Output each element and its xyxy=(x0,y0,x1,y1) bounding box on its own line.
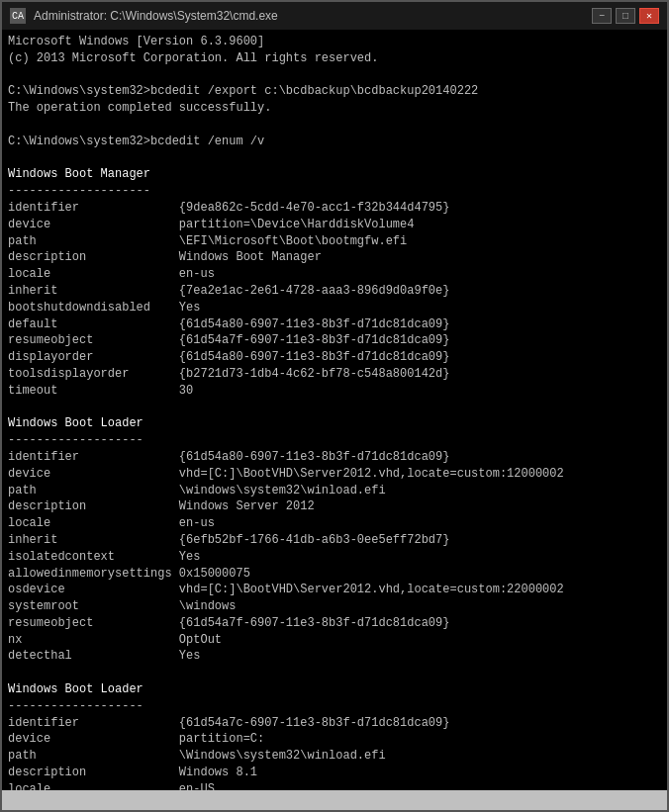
console-line: device partition=\Device\HarddiskVolume4 xyxy=(8,217,661,233)
section-header: Windows Boot Manager xyxy=(8,166,661,183)
window-controls: − □ ✕ xyxy=(592,8,659,24)
section-header: Windows Boot Loader xyxy=(8,415,661,432)
console-line: Microsoft Windows [Version 6.3.9600] xyxy=(8,34,661,50)
console-line: identifier {61d54a80-6907-11e3-8b3f-d71d… xyxy=(8,449,661,466)
console-line: description Windows 8.1 xyxy=(8,765,661,781)
minimize-button[interactable]: − xyxy=(592,8,612,24)
title-bar-left: CA Administrator: C:\Windows\System32\cm… xyxy=(10,8,278,24)
console-line: description Windows Server 2012 xyxy=(8,498,661,515)
console-line: device vhd=[C:]\BootVHD\Server2012.vhd,l… xyxy=(8,466,661,483)
console-line: identifier {61d54a7c-6907-11e3-8b3f-d71d… xyxy=(8,715,661,732)
console-line: ------------------- xyxy=(8,432,661,449)
console-line: The operation completed successfully. xyxy=(8,100,661,117)
cmd-icon: CA xyxy=(10,8,26,24)
console-line xyxy=(8,150,661,167)
console-line: -------------------- xyxy=(8,183,661,200)
console-line: C:\Windows\system32>bcdedit /enum /v xyxy=(8,134,661,150)
console-line: isolatedcontext Yes xyxy=(8,549,661,566)
console-line: identifier {9dea862c-5cdd-4e70-acc1-f32b… xyxy=(8,200,661,217)
console-line: osdevice vhd=[C:]\BootVHD\Server2012.vhd… xyxy=(8,582,661,598)
restore-button[interactable]: □ xyxy=(616,8,635,24)
console-line: locale en-us xyxy=(8,515,661,532)
console-line: path \windows\system32\winload.efi xyxy=(8,483,661,499)
console-line xyxy=(8,117,661,134)
console-line xyxy=(8,400,661,416)
console-line: ------------------- xyxy=(8,698,661,715)
console-line: timeout 30 xyxy=(8,383,661,400)
console-line xyxy=(8,67,661,84)
console-line: systemroot \windows xyxy=(8,598,661,615)
console-line: nx OptOut xyxy=(8,632,661,649)
console-line: path \EFI\Microsoft\Boot\bootmgfw.efi xyxy=(8,233,661,250)
console-output[interactable]: Microsoft Windows [Version 6.3.9600](c) … xyxy=(2,30,667,790)
cmd-window: CA Administrator: C:\Windows\System32\cm… xyxy=(0,0,669,812)
console-line: resumeobject {61d54a7f-6907-11e3-8b3f-d7… xyxy=(8,332,661,349)
section-header: Windows Boot Loader xyxy=(8,681,661,698)
console-line: bootshutdowndisabled Yes xyxy=(8,300,661,316)
close-button[interactable]: ✕ xyxy=(639,8,659,24)
console-line: locale en-US xyxy=(8,781,661,790)
console-line: C:\Windows\system32>bcdedit /export c:\b… xyxy=(8,83,661,100)
console-line: detecthal Yes xyxy=(8,648,661,665)
console-line: default {61d54a80-6907-11e3-8b3f-d71dc81… xyxy=(8,316,661,333)
console-line: description Windows Boot Manager xyxy=(8,249,661,266)
window-title: Administrator: C:\Windows\System32\cmd.e… xyxy=(34,9,278,23)
console-line: path \Windows\system32\winload.efi xyxy=(8,748,661,765)
bottom-bar xyxy=(2,790,667,810)
console-line: inherit {6efb52bf-1766-41db-a6b3-0ee5eff… xyxy=(8,532,661,549)
console-line: displayorder {61d54a80-6907-11e3-8b3f-d7… xyxy=(8,349,661,366)
console-line: locale en-us xyxy=(8,266,661,283)
console-line: allowedinmemorysettings 0x15000075 xyxy=(8,566,661,583)
console-line: toolsdisplayorder {b2721d73-1db4-4c62-bf… xyxy=(8,366,661,383)
title-bar: CA Administrator: C:\Windows\System32\cm… xyxy=(2,2,667,30)
console-line: device partition=C: xyxy=(8,731,661,748)
console-line: resumeobject {61d54a7f-6907-11e3-8b3f-d7… xyxy=(8,615,661,632)
console-line xyxy=(8,665,661,681)
console-line: (c) 2013 Microsoft Corporation. All righ… xyxy=(8,50,661,67)
console-line: inherit {7ea2e1ac-2e61-4728-aaa3-896d9d0… xyxy=(8,283,661,300)
